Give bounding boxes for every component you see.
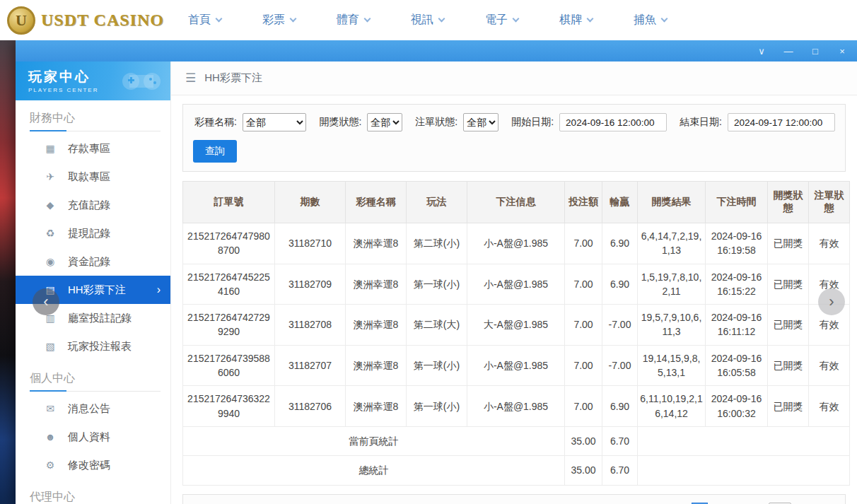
top-navigation: U USDT CASINO 首頁 彩票 體育 視訊 電子 棋牌 捕魚: [0, 0, 857, 40]
cell-amount: 7.00: [565, 264, 602, 305]
page-summary-row: 當前頁統計 35.00 6.70: [183, 426, 850, 455]
header-draw-status: 開獎狀態: [768, 182, 809, 223]
cell-amount: 7.00: [565, 223, 602, 264]
sidebar-item-change-password[interactable]: ⚙ 修改密碼: [16, 451, 170, 479]
sidebar-item-announcements[interactable]: ✉ 消息公告: [16, 394, 170, 423]
cell-play: 第一球(小): [407, 345, 467, 386]
header-play: 玩法: [407, 182, 467, 223]
header-result: 開獎結果: [638, 182, 706, 223]
menu-item-cards[interactable]: 棋牌: [559, 13, 593, 28]
sidebar-item-funds-records[interactable]: ◉ 資金記錄: [16, 247, 170, 276]
section-personal-center: 個人中心: [16, 361, 170, 390]
header-period: 期數: [275, 182, 346, 223]
cell-bet-info: 小-A盤@1.985: [467, 386, 565, 427]
carousel-left-arrow[interactable]: ‹: [33, 288, 59, 315]
sidebar-item-deposit[interactable]: ▦ 存款專區: [16, 134, 170, 163]
cell-order-id: 2152172647427299290: [183, 305, 275, 346]
page-summary-win-loss: 6.70: [602, 426, 638, 455]
total-summary-label: 總統計: [183, 456, 565, 485]
sidebar-item-profile[interactable]: ☻ 個人資料: [16, 423, 170, 451]
chevron-down-icon: [364, 16, 371, 23]
end-date-input[interactable]: [728, 113, 835, 131]
cell-time: 2024-09-16 16:15:22: [706, 264, 768, 305]
menu-item-home[interactable]: 首頁: [188, 13, 221, 28]
menu-label: 棋牌: [559, 13, 582, 28]
order-status-select[interactable]: 全部: [463, 113, 499, 131]
menu-item-video[interactable]: 視訊: [411, 13, 444, 28]
cell-bet-info: 小-A盤@1.985: [467, 264, 565, 305]
sidebar-item-player-bet-report[interactable]: ▧ 玩家投注報表: [16, 332, 170, 361]
sidebar-item-withdraw[interactable]: ✈ 取款專區: [16, 163, 170, 191]
sidebar-item-label: 玩家投注報表: [68, 340, 132, 353]
person-icon: ☻: [44, 431, 57, 443]
hamburger-icon[interactable]: ☰: [185, 71, 196, 86]
total-summary-win-loss: 6.70: [602, 456, 638, 485]
sidebar-item-withdrawal-records[interactable]: ♻ 提現記錄: [16, 219, 170, 247]
cell-draw-status: 已開獎: [768, 264, 809, 305]
draw-status-select[interactable]: 全部: [367, 113, 402, 131]
cell-period: 31182707: [275, 345, 346, 386]
cell-result: 1,5,19,7,8,10,2,11: [638, 264, 706, 305]
sidebar-item-label: 取款專區: [68, 170, 110, 184]
chevron-down-icon: [216, 16, 223, 23]
menu-item-lottery[interactable]: 彩票: [262, 13, 296, 28]
pagination-bar: 每頁顯示20條 共5条 首页 上一页 1 下一页 第 页 跳转: [182, 494, 846, 504]
chevron-left-icon: ‹: [43, 293, 48, 311]
filter-row: 彩種名稱: 全部 開獎狀態: 全部 注單狀態: 全部 開始日期:: [193, 113, 835, 131]
page-summary-amount: 35.00: [565, 426, 602, 455]
table-header-row: 訂單號 期數 彩種名稱 玩法 下注信息 投注額 輸贏 開獎結果 下注時間 開獎狀…: [183, 182, 850, 223]
lottery-name-label: 彩種名稱:: [194, 116, 237, 129]
cell-bet-info: 小-A盤@1.985: [467, 223, 565, 264]
total-summary-amount: 35.00: [565, 456, 602, 485]
window-maximize-icon[interactable]: □: [810, 47, 820, 56]
search-button[interactable]: 查詢: [193, 140, 237, 163]
header-time: 下注時間: [706, 182, 768, 223]
menu-label: 首頁: [188, 13, 211, 28]
cell-time: 2024-09-16 16:19:58: [706, 223, 768, 264]
player-bet-report-icon: ▧: [44, 341, 57, 352]
page-summary-label: 當前頁統計: [183, 426, 565, 455]
chevron-down-icon: [290, 16, 297, 23]
total-summary-row: 總統計 35.00 6.70: [183, 456, 850, 485]
lottery-name-select[interactable]: 全部: [243, 113, 307, 131]
withdrawal-records-icon: ♻: [44, 228, 57, 239]
cell-win-loss: -7.00: [602, 305, 638, 346]
gear-icon: ⚙: [44, 459, 57, 471]
sidebar-item-label: 消息公告: [68, 402, 110, 416]
cell-result: 19,14,15,9,8,5,13,1: [638, 345, 706, 386]
cell-order-status: 有效: [809, 345, 850, 386]
section-agent-center: 代理中心: [16, 479, 170, 504]
window-collapse-icon[interactable]: ∨: [757, 47, 766, 56]
cell-draw-status: 已開獎: [768, 305, 809, 346]
menu-item-sports[interactable]: 體育: [337, 13, 370, 28]
chevron-down-icon: [661, 16, 668, 23]
carousel-right-arrow[interactable]: ›: [818, 288, 845, 315]
menu-label: 視訊: [411, 13, 433, 28]
menu-item-fishing[interactable]: 捕魚: [634, 13, 667, 28]
menu-item-slots[interactable]: 電子: [485, 13, 518, 28]
cell-period: 31182706: [275, 386, 346, 427]
cell-period: 31182709: [275, 264, 346, 305]
cell-time: 2024-09-16 16:00:32: [706, 386, 768, 427]
window-close-icon[interactable]: ×: [837, 47, 847, 56]
recharge-records-icon: ◆: [44, 199, 57, 211]
window-titlebar: ∨ — □ ×: [16, 40, 857, 61]
sidebar-item-recharge-records[interactable]: ◆ 充值記錄: [16, 191, 170, 219]
menu-label: 體育: [337, 13, 359, 28]
header-bet-info: 下注信息: [467, 182, 565, 223]
window-minimize-icon[interactable]: —: [783, 47, 793, 56]
player-center-window: ∨ — □ × 玩家中心 PLAYERS CENTER 財務中心: [16, 40, 857, 504]
cell-result: 6,4,14,7,2,19,1,13: [638, 223, 706, 264]
cell-order-id: 2152172647452254160: [183, 264, 275, 305]
sidebar-item-label: 修改密碼: [68, 459, 110, 472]
header-order-status: 注單狀態: [809, 182, 850, 223]
logo-coin-icon: U: [7, 6, 35, 35]
start-date-input[interactable]: [559, 113, 667, 131]
funds-records-icon: ◉: [44, 256, 57, 267]
cell-order-status: 有效: [809, 223, 850, 264]
site-logo[interactable]: U USDT CASINO: [7, 6, 175, 35]
header-lottery: 彩種名稱: [346, 182, 407, 223]
cell-amount: 7.00: [565, 305, 602, 346]
main-menu: 首頁 彩票 體育 視訊 電子 棋牌 捕魚: [188, 13, 667, 28]
table-row: 2152172647427299290 31182708 澳洲幸運8 第二球(大…: [183, 305, 850, 346]
